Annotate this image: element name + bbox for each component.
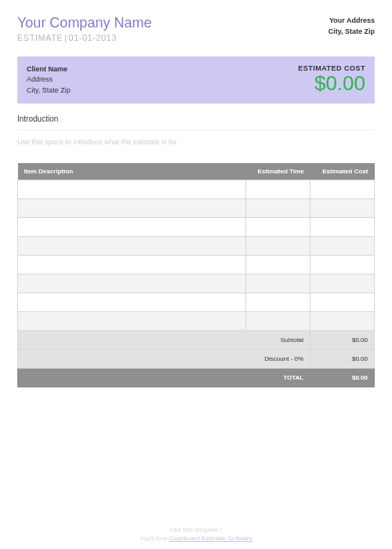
- table-row: [18, 218, 375, 237]
- estimated-cost-value: $0.00: [298, 72, 365, 95]
- table-cell: [18, 256, 246, 274]
- table-cell: [18, 237, 246, 256]
- table-cell: [246, 293, 310, 312]
- table-cell: [18, 293, 246, 312]
- total-label: TOTAL: [18, 369, 310, 387]
- client-address-line1: Address: [27, 75, 71, 85]
- footer: Like this template? You'll love Cashboar…: [0, 525, 392, 543]
- subtotal-row: Subtotal $0.00: [18, 331, 375, 350]
- company-name: Your Company Name: [17, 16, 151, 31]
- estimate-line: ESTIMATE|01-01-2013: [17, 33, 151, 42]
- footer-line2: You'll love Cashboard Estimate Software: [0, 534, 392, 543]
- intro-divider: [17, 129, 375, 130]
- estimate-label: ESTIMATE: [17, 33, 63, 42]
- your-address-line2: City, State Zip: [328, 27, 375, 38]
- table-cell: [246, 312, 310, 331]
- table-cell: [310, 293, 375, 312]
- table-cell: [310, 256, 375, 274]
- subtotal-label: Subtotal: [18, 331, 310, 350]
- table-cell: [246, 180, 310, 199]
- table-cell: [246, 256, 310, 274]
- table-cell: [18, 199, 246, 218]
- table-cell: [310, 274, 375, 293]
- table-row: [18, 199, 375, 218]
- table-row: [18, 256, 375, 274]
- client-address-line2: City, State Zip: [27, 85, 71, 96]
- table-cell: [18, 180, 246, 199]
- items-table: Item Description Estimated Time Estimate…: [17, 163, 375, 387]
- estimated-cost-block: ESTIMATED COST $0.00: [298, 64, 365, 95]
- table-row: [18, 274, 375, 293]
- discount-value: $0.00: [310, 350, 375, 369]
- footer-link[interactable]: Cashboard Estimate Software: [169, 535, 252, 542]
- table-cell: [18, 274, 246, 293]
- client-name: Client Name: [27, 64, 71, 75]
- your-address-line1: Your Address: [328, 16, 375, 27]
- table-cell: [246, 274, 310, 293]
- table-cell: [310, 199, 375, 218]
- col-header-description: Item Description: [18, 163, 246, 180]
- your-address-block: Your Address City, State Zip: [328, 16, 375, 37]
- table-cell: [310, 180, 375, 199]
- col-header-cost: Estimated Cost: [310, 163, 375, 180]
- document-header: Your Company Name ESTIMATE|01-01-2013 Yo…: [17, 16, 375, 42]
- table-cell: [246, 218, 310, 237]
- client-info: Client Name Address City, State Zip: [27, 64, 71, 96]
- table-header-row: Item Description Estimated Time Estimate…: [18, 163, 375, 180]
- total-row: TOTAL $0.00: [18, 369, 375, 387]
- estimate-date: 01-01-2013: [69, 33, 117, 42]
- table-cell: [310, 312, 375, 331]
- footer-prefix: You'll love: [140, 535, 169, 542]
- intro-placeholder: Use this space to introduce what the est…: [17, 138, 375, 146]
- discount-row: Discount - 0% $0.00: [18, 350, 375, 369]
- table-cell: [246, 237, 310, 256]
- table-cell: [18, 312, 246, 331]
- table-cell: [310, 237, 375, 256]
- discount-label: Discount - 0%: [18, 350, 310, 369]
- company-block: Your Company Name ESTIMATE|01-01-2013: [17, 16, 151, 42]
- table-cell: [310, 218, 375, 237]
- table-row: [18, 237, 375, 256]
- table-row: [18, 293, 375, 312]
- table-cell: [18, 218, 246, 237]
- col-header-time: Estimated Time: [246, 163, 310, 180]
- table-cell: [246, 199, 310, 218]
- intro-heading: Introduction: [17, 115, 375, 123]
- total-value: $0.00: [310, 369, 375, 387]
- subtotal-value: $0.00: [310, 331, 375, 350]
- footer-line1: Like this template?: [0, 525, 392, 534]
- client-box: Client Name Address City, State Zip ESTI…: [17, 56, 375, 104]
- table-row: [18, 312, 375, 331]
- table-row: [18, 180, 375, 199]
